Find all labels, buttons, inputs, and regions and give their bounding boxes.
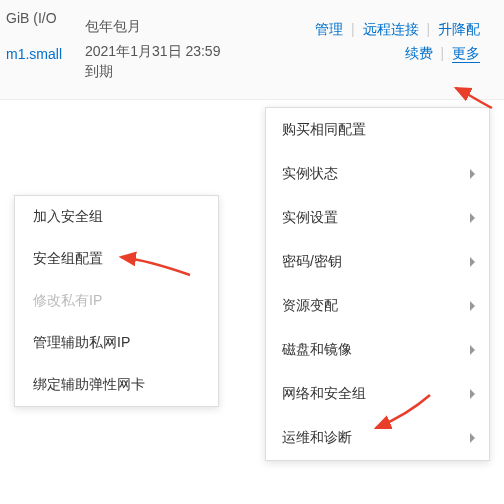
menu-item-password-key[interactable]: 密码/密钥 bbox=[266, 240, 489, 284]
billing-expire: 2021年1月31日 23:59 到期 bbox=[85, 42, 230, 81]
menu-item-network-security[interactable]: 网络和安全组 bbox=[266, 372, 489, 416]
menu-label: 磁盘和镜像 bbox=[282, 341, 352, 357]
renew-link[interactable]: 续费 bbox=[405, 45, 433, 61]
instance-row: GiB (I/O m1.small 包年包月 2021年1月31日 23:59 … bbox=[0, 0, 504, 100]
separator: | bbox=[440, 45, 444, 61]
menu-item-instance-settings[interactable]: 实例设置 bbox=[266, 196, 489, 240]
submenu-sg-config[interactable]: 安全组配置 bbox=[15, 238, 218, 280]
more-dropdown: 购买相同配置 实例状态 实例设置 密码/密钥 资源变配 磁盘和镜像 网络和安全组… bbox=[265, 107, 490, 461]
actions-column: 管理 | 远程连接 | 升降配 续费 | 更多 bbox=[230, 10, 494, 66]
submenu-bind-eni[interactable]: 绑定辅助弹性网卡 bbox=[15, 364, 218, 406]
separator: | bbox=[426, 21, 430, 37]
submenu-label: 绑定辅助弹性网卡 bbox=[33, 376, 145, 392]
separator: | bbox=[351, 21, 355, 37]
submenu-label: 加入安全组 bbox=[33, 208, 103, 224]
menu-label: 网络和安全组 bbox=[282, 385, 366, 401]
billing-type: 包年包月 bbox=[85, 18, 230, 36]
submenu-label: 修改私有IP bbox=[33, 292, 102, 308]
menu-item-resource-change[interactable]: 资源变配 bbox=[266, 284, 489, 328]
submenu-label: 安全组配置 bbox=[33, 250, 103, 266]
submenu-join-sg[interactable]: 加入安全组 bbox=[15, 196, 218, 238]
upgrade-link[interactable]: 升降配 bbox=[438, 21, 480, 37]
submenu-secondary-private-ip[interactable]: 管理辅助私网IP bbox=[15, 322, 218, 364]
instance-type-link[interactable]: m1.small bbox=[6, 46, 62, 62]
menu-label: 运维和诊断 bbox=[282, 429, 352, 445]
menu-label: 购买相同配置 bbox=[282, 121, 366, 137]
remote-link[interactable]: 远程连接 bbox=[363, 21, 419, 37]
menu-label: 实例状态 bbox=[282, 165, 338, 181]
menu-item-disk-image[interactable]: 磁盘和镜像 bbox=[266, 328, 489, 372]
more-link[interactable]: 更多 bbox=[452, 45, 480, 63]
menu-label: 密码/密钥 bbox=[282, 253, 342, 269]
menu-label: 实例设置 bbox=[282, 209, 338, 225]
billing-column: 包年包月 2021年1月31日 23:59 到期 bbox=[85, 10, 230, 81]
submenu-label: 管理辅助私网IP bbox=[33, 334, 130, 350]
network-security-submenu: 加入安全组 安全组配置 修改私有IP 管理辅助私网IP 绑定辅助弹性网卡 bbox=[14, 195, 219, 407]
menu-item-same-config[interactable]: 购买相同配置 bbox=[266, 108, 489, 152]
menu-item-ops-diag[interactable]: 运维和诊断 bbox=[266, 416, 489, 460]
manage-link[interactable]: 管理 bbox=[315, 21, 343, 37]
menu-item-instance-status[interactable]: 实例状态 bbox=[266, 152, 489, 196]
menu-label: 资源变配 bbox=[282, 297, 338, 313]
spec-gib: GiB (I/O bbox=[6, 10, 85, 26]
spec-column: GiB (I/O m1.small bbox=[0, 10, 85, 62]
submenu-modify-private-ip: 修改私有IP bbox=[15, 280, 218, 322]
